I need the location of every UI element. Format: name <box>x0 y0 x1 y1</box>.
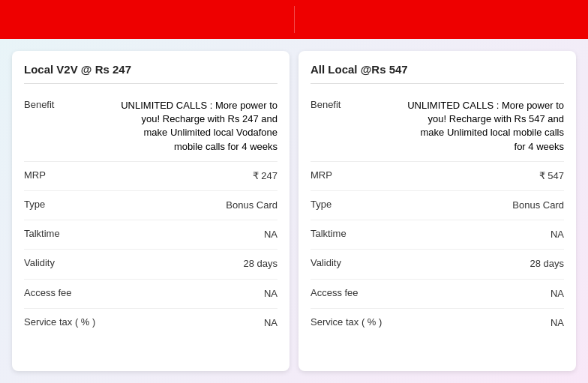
table-row: BenefitUNLIMITED CALLS : More power to y… <box>310 91 564 162</box>
detail-value: UNLIMITED CALLS : More power to you! Rec… <box>406 99 564 154</box>
top-bar <box>0 0 588 39</box>
card-2: All Local @Rs 547BenefitUNLIMITED CALLS … <box>298 51 576 371</box>
table-row: MRP₹ 247 <box>24 162 278 191</box>
table-row: MRP₹ 547 <box>310 162 564 191</box>
detail-label: Benefit <box>24 99 84 110</box>
detail-label: Access fee <box>24 287 84 298</box>
detail-label: MRP <box>310 169 370 181</box>
detail-label: Validity <box>310 257 370 268</box>
detail-value: UNLIMITED CALLS : More power to you! Rec… <box>120 99 278 154</box>
detail-value: NA <box>550 228 564 241</box>
card-2-title: All Local @Rs 547 <box>310 63 564 84</box>
detail-label: MRP <box>24 169 84 181</box>
table-row: TypeBonus Card <box>310 191 564 220</box>
table-row: TalktimeNA <box>24 220 278 250</box>
table-row: Validity28 days <box>310 250 564 279</box>
detail-value: NA <box>550 287 564 301</box>
detail-value: NA <box>264 287 278 301</box>
detail-label: Type <box>24 199 84 210</box>
detail-label: Talktime <box>24 228 84 239</box>
table-row: BenefitUNLIMITED CALLS : More power to y… <box>24 91 278 162</box>
detail-value: Bonus Card <box>226 199 278 212</box>
table-row: Service tax ( % )NA <box>24 309 278 337</box>
detail-label: Talktime <box>310 228 370 239</box>
table-row: Access feeNA <box>310 280 564 309</box>
detail-value: NA <box>264 228 278 241</box>
table-row: TypeBonus Card <box>24 191 278 220</box>
detail-label: Benefit <box>310 99 370 110</box>
table-row: Service tax ( % )NA <box>310 309 564 337</box>
table-row: TalktimeNA <box>310 220 564 250</box>
content-area: Local V2V @ Rs 247BenefitUNLIMITED CALLS… <box>0 39 588 383</box>
detail-label: Validity <box>24 257 84 268</box>
detail-value: ₹ 547 <box>539 169 564 183</box>
detail-label: Type <box>310 199 370 210</box>
detail-label: Service tax ( % ) <box>24 316 95 328</box>
top-bar-left <box>0 0 294 39</box>
detail-label: Access fee <box>310 287 370 298</box>
card-1: Local V2V @ Rs 247BenefitUNLIMITED CALLS… <box>12 51 290 371</box>
top-bar-right <box>295 0 589 39</box>
card-1-title: Local V2V @ Rs 247 <box>24 63 278 84</box>
table-row: Validity28 days <box>24 250 278 279</box>
detail-value: 28 days <box>530 257 564 271</box>
detail-value: NA <box>264 316 278 330</box>
table-row: Access feeNA <box>24 280 278 309</box>
detail-value: NA <box>550 316 564 330</box>
detail-value: ₹ 247 <box>253 169 278 183</box>
detail-value: 28 days <box>243 257 278 271</box>
detail-value: Bonus Card <box>512 199 564 212</box>
detail-label: Service tax ( % ) <box>310 316 382 328</box>
